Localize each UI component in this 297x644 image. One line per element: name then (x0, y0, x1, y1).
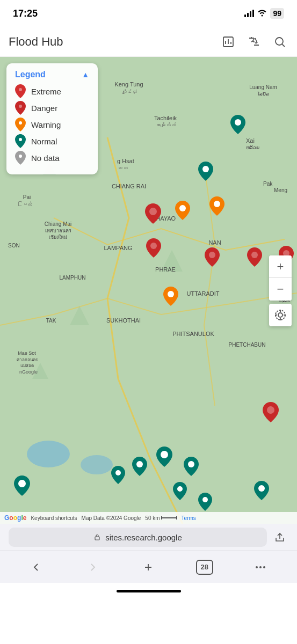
map-pin-orange-2[interactable] (209, 196, 224, 218)
svg-point-53 (136, 461, 143, 467)
app-title: Flood Hub (9, 35, 220, 49)
legend-item-normal: Normal (15, 135, 89, 148)
legend-item-warning: Warning (15, 118, 89, 131)
svg-point-67 (278, 313, 282, 317)
svg-point-52 (168, 291, 174, 297)
svg-text:Meng: Meng (274, 187, 287, 193)
map-pin-teal-4[interactable] (156, 447, 172, 469)
legend-item-extreme: Extreme (15, 85, 89, 98)
svg-rect-72 (95, 537, 99, 540)
legend-label-danger: Danger (31, 104, 57, 113)
svg-point-49 (267, 406, 274, 414)
svg-text:LAMPANG: LAMPANG (104, 245, 133, 251)
svg-rect-70 (161, 516, 162, 519)
search-button[interactable] (271, 33, 288, 50)
menu-button[interactable] (249, 555, 272, 579)
legend-title: Legend (15, 70, 46, 79)
url-bar[interactable]: sites.research.google (9, 528, 267, 547)
svg-point-64 (19, 121, 22, 125)
svg-text:ศาลกลนคร: ศาลกลนคร (17, 357, 38, 362)
share-button[interactable] (271, 529, 288, 546)
url-text: sites.research.google (105, 533, 182, 542)
chart-button[interactable] (220, 33, 237, 50)
svg-text:SUKHOTHAI: SUKHOTHAI (106, 317, 141, 324)
map-pin-red-2[interactable] (146, 238, 161, 260)
svg-text:Luang Nam: Luang Nam (249, 84, 277, 90)
map-pin-teal-10[interactable] (254, 481, 269, 502)
map-pin-red-1[interactable] (145, 203, 161, 226)
translate-button[interactable] (245, 33, 263, 50)
map-container[interactable]: Keng Tung ကျိုင်းတုံ Luang Nam ໄລຍ໌ລ Tac… (0, 57, 297, 524)
map-pin-red-4[interactable] (247, 247, 262, 269)
svg-text:เชียงใหม่: เชียงใหม่ (49, 235, 67, 240)
tabs-button[interactable]: 28 (193, 555, 216, 579)
back-button[interactable] (25, 555, 48, 579)
svg-text:Pai: Pai (23, 194, 31, 200)
tabs-count: 28 (196, 560, 213, 575)
header-icons (220, 33, 288, 50)
svg-point-44 (149, 208, 157, 215)
svg-text:ꩡတ: ꩡတ (117, 165, 128, 171)
svg-text:g Hsat: g Hsat (117, 158, 134, 164)
map-pin-teal-1[interactable] (230, 115, 245, 136)
svg-point-50 (179, 205, 186, 211)
svg-point-47 (251, 252, 258, 258)
browser-nav: 28 (0, 551, 297, 583)
legend-item-danger: Danger (15, 101, 89, 114)
forward-button[interactable] (81, 555, 104, 579)
svg-point-54 (161, 451, 168, 458)
map-pin-teal-2[interactable] (198, 162, 213, 183)
svg-text:PHETCHABUN: PHETCHABUN (229, 342, 266, 348)
svg-text:PHITSANULOK: PHITSANULOK (172, 331, 214, 337)
svg-text:ကျိုင်းတုံ: ကျိုင်းတုံ (121, 89, 137, 94)
svg-point-66 (19, 155, 22, 158)
map-pin-teal-6[interactable] (111, 466, 125, 486)
svg-text:Pak: Pak (263, 181, 273, 187)
map-pin-teal-9[interactable] (198, 493, 212, 513)
legend-marker-extreme (15, 85, 26, 98)
svg-point-63 (19, 105, 22, 108)
map-pin-orange-3[interactable] (163, 287, 178, 308)
svg-text:ຫລ້ວຍ: ຫລ້ວຍ (246, 144, 259, 150)
svg-text:CHIANG RAI: CHIANG RAI (112, 183, 146, 189)
svg-rect-69 (161, 517, 177, 518)
svg-point-43 (202, 166, 209, 172)
svg-point-56 (115, 470, 121, 475)
svg-point-46 (209, 252, 215, 258)
map-pin-red-3[interactable] (205, 247, 220, 269)
svg-text:nGoogle: nGoogle (19, 369, 38, 375)
svg-text:Xai: Xai (246, 137, 255, 144)
map-pin-teal-5[interactable] (184, 457, 199, 478)
keyboard-shortcuts: Keyboard shortcuts (31, 515, 77, 521)
home-bar (117, 590, 181, 592)
map-pin-teal-11[interactable] (14, 475, 30, 498)
svg-point-60 (258, 485, 265, 492)
svg-text:တာချီလိတ်: တာချီလိတ် (155, 122, 176, 128)
svg-text:SON: SON (8, 243, 20, 248)
map-pin-teal-3[interactable] (132, 457, 147, 478)
legend-collapse-btn[interactable]: ▲ (82, 70, 89, 79)
svg-point-74 (259, 566, 262, 568)
google-logo: Google (4, 514, 26, 522)
new-tab-button[interactable] (136, 555, 160, 579)
map-attribution: Google Keyboard shortcuts Map Data ©2024… (0, 512, 297, 524)
svg-point-59 (202, 497, 208, 502)
legend-label-normal: Normal (31, 137, 57, 146)
status-time: 17:25 (13, 8, 38, 19)
map-pin-teal-7[interactable] (173, 482, 187, 502)
location-button[interactable] (269, 304, 292, 326)
zoom-in-button[interactable]: + (269, 255, 292, 278)
signal-icon (244, 10, 254, 17)
legend-item-nodata: No data (15, 151, 89, 164)
map-pin-orange-1[interactable] (175, 201, 190, 222)
map-pin-red-6[interactable] (263, 402, 279, 425)
svg-point-4 (81, 455, 113, 474)
legend-marker-nodata (15, 151, 26, 164)
app-header: Flood Hub (0, 27, 297, 57)
svg-point-3 (27, 441, 70, 467)
terms-link[interactable]: Terms (182, 515, 196, 521)
status-icons: 99 (244, 8, 284, 19)
zoom-out-button[interactable]: − (269, 278, 292, 301)
svg-text:NAN: NAN (208, 239, 221, 246)
svg-text:UTTARADIT: UTTARADIT (187, 290, 220, 297)
